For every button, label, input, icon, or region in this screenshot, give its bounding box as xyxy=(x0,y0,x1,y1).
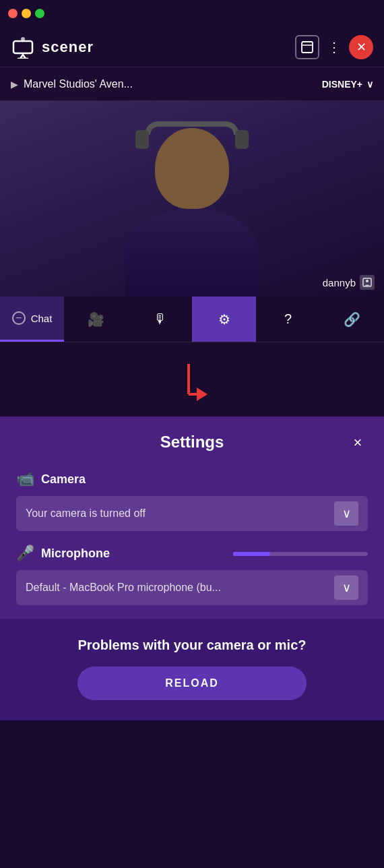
settings-header: Settings × xyxy=(16,433,368,452)
chat-button[interactable]: − Chat xyxy=(0,297,64,342)
logo-area: scener xyxy=(11,35,94,59)
reload-button[interactable]: RELOAD xyxy=(77,666,307,700)
microphone-device-text: Default - MacBook Pro microphone (bu... xyxy=(26,582,221,594)
problems-section: Problems with your camera or mic? RELOAD xyxy=(0,619,384,720)
svg-point-2 xyxy=(21,37,25,41)
minimize-traffic-light[interactable] xyxy=(22,9,31,18)
help-button[interactable]: ? xyxy=(256,297,320,342)
person-body xyxy=(125,209,259,297)
logo-icon xyxy=(11,35,35,59)
camera-status-text: Your camera is turned off xyxy=(26,507,146,520)
movie-title: ▶ Marvel Studios' Aven... xyxy=(11,78,133,90)
toolbar: − Chat 🎥 🎙 ⚙ ? 🔗 xyxy=(0,297,384,342)
gear-icon: ⚙ xyxy=(218,311,230,328)
headphones xyxy=(145,121,239,135)
microphone-label-row: 🎤 Microphone xyxy=(16,545,368,562)
movie-service[interactable]: DISNEY+ ∨ xyxy=(322,79,373,90)
microphone-dropdown-arrow[interactable]: ∨ xyxy=(334,576,358,600)
microphone-icon: 🎤 xyxy=(16,545,34,562)
svg-rect-0 xyxy=(13,41,32,53)
camera-dropdown[interactable]: Your camera is turned off ∨ xyxy=(16,496,368,531)
person-head xyxy=(155,128,229,209)
camera-label: Camera xyxy=(41,472,86,487)
chat-label: Chat xyxy=(31,313,53,324)
headphone-ear-left xyxy=(135,130,149,149)
header-bar: scener ⋮ ✕ xyxy=(0,27,384,67)
link-icon: 🔗 xyxy=(344,311,360,328)
microphone-label: 🎤 Microphone xyxy=(16,545,110,562)
microphone-dropdown[interactable]: Default - MacBook Pro microphone (bu... … xyxy=(16,570,368,605)
microphone-label-text: Microphone xyxy=(41,547,110,561)
more-options-button[interactable]: ⋮ xyxy=(327,39,341,55)
maximize-traffic-light[interactable] xyxy=(35,9,44,18)
traffic-lights xyxy=(8,9,44,18)
camera-section: 📹 Camera Your camera is turned off ∨ xyxy=(16,470,368,531)
headphone-ear-right xyxy=(235,130,249,149)
arrow-annotation xyxy=(182,357,229,414)
mic-button[interactable]: 🎙 xyxy=(128,297,192,342)
mic-icon: 🎙 xyxy=(154,311,167,327)
chevron-down-icon: ∨ xyxy=(342,506,351,521)
play-icon: ▶ xyxy=(11,79,18,90)
service-name: DISNEY+ xyxy=(322,79,362,90)
header-icons: ⋮ ✕ xyxy=(295,35,373,59)
logo-text: scener xyxy=(42,38,94,56)
expand-button[interactable] xyxy=(295,35,319,59)
camera-button[interactable]: 🎥 xyxy=(64,297,128,342)
link-button[interactable]: 🔗 xyxy=(320,297,384,342)
close-button[interactable]: ✕ xyxy=(349,35,373,59)
movie-title-text: Marvel Studios' Aven... xyxy=(24,78,133,90)
video-area: dannyb xyxy=(0,101,384,297)
settings-button[interactable]: ⚙ xyxy=(192,297,256,342)
user-name: dannyb xyxy=(323,277,356,288)
svg-point-6 xyxy=(366,280,369,282)
svg-rect-3 xyxy=(302,42,313,53)
chevron-down-icon: ∨ xyxy=(366,79,373,90)
settings-close-button[interactable]: × xyxy=(348,433,368,453)
settings-title: Settings xyxy=(160,433,224,452)
user-icon xyxy=(360,275,375,290)
microphone-section: 🎤 Microphone Default - MacBook Pro micro… xyxy=(16,545,368,605)
title-bar xyxy=(0,0,384,27)
camera-icon: 🎥 xyxy=(88,311,104,328)
settings-panel: Settings × 📹 Camera Your camera is turne… xyxy=(0,416,384,720)
movie-bar: ▶ Marvel Studios' Aven... DISNEY+ ∨ xyxy=(0,67,384,101)
user-label: dannyb xyxy=(323,275,375,290)
problems-title: Problems with your camera or mic? xyxy=(16,638,368,653)
svg-marker-9 xyxy=(197,388,207,401)
camera-section-icon: 📹 xyxy=(16,470,34,488)
help-icon: ? xyxy=(284,311,292,327)
microphone-slider-container xyxy=(233,551,368,556)
camera-section-label: 📹 Camera xyxy=(16,470,368,488)
close-traffic-light[interactable] xyxy=(8,9,18,18)
microphone-slider-fill xyxy=(233,552,270,556)
person-silhouette xyxy=(111,115,273,297)
microphone-slider[interactable] xyxy=(233,552,368,556)
chat-minus-icon: − xyxy=(12,311,26,325)
video-person: dannyb xyxy=(0,101,384,297)
camera-dropdown-arrow[interactable]: ∨ xyxy=(334,501,358,526)
chevron-down-icon: ∨ xyxy=(342,580,351,595)
